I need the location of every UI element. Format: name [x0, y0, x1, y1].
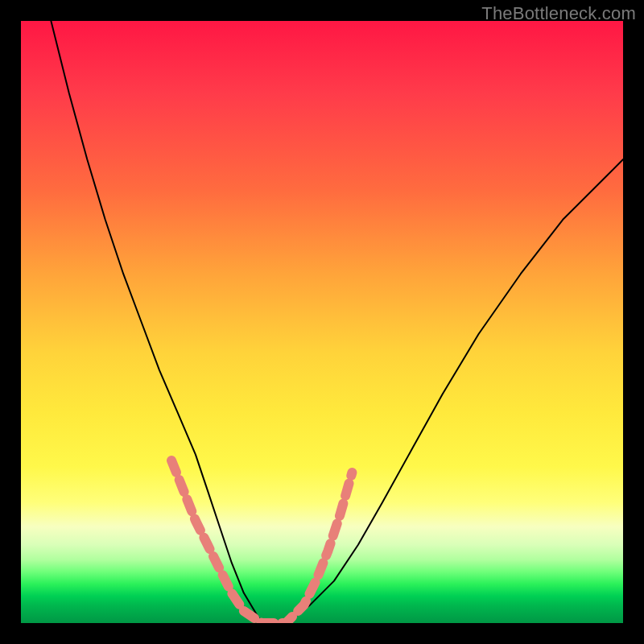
- watermark-text: TheBottleneck.com: [481, 3, 636, 24]
- plot-area: [21, 21, 623, 623]
- valley-highlight-dots: [171, 460, 352, 623]
- bottleneck-curve-svg: [21, 21, 623, 623]
- chart-frame: TheBottleneck.com: [0, 0, 644, 644]
